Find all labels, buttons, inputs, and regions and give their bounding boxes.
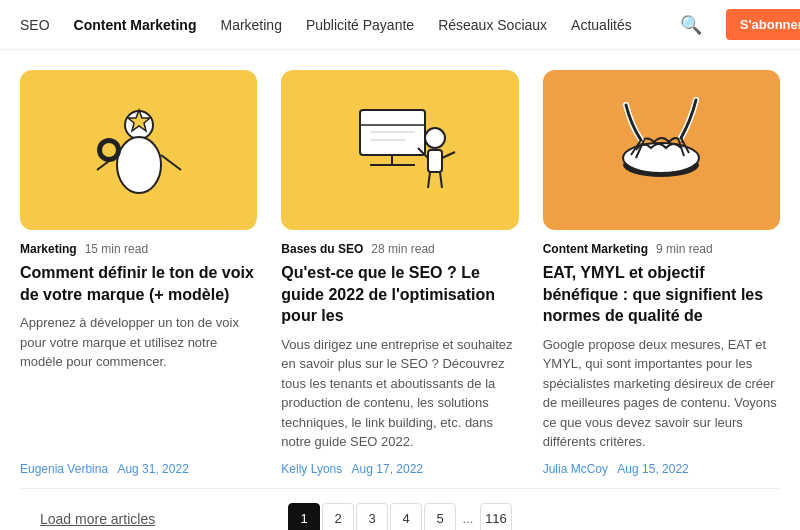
card-tag-2: Bases du SEO xyxy=(281,242,363,256)
nav-item-reseaux[interactable]: Réseaux Sociaux xyxy=(438,17,547,33)
card-illustration-1 xyxy=(79,90,199,210)
card-meta-2: Bases du SEO 28 min read xyxy=(281,242,518,256)
card-readtime-3: 9 min read xyxy=(656,242,713,256)
nav-item-content-marketing[interactable]: Content Marketing xyxy=(74,17,197,33)
nav-item-marketing[interactable]: Marketing xyxy=(220,17,281,33)
load-more-button[interactable]: Load more articles xyxy=(40,511,155,527)
card-desc-3: Google propose deux mesures, EAT et YMYL… xyxy=(543,335,780,452)
svg-line-3 xyxy=(161,155,181,170)
card-author-name-3: Julia McCoy xyxy=(543,462,608,476)
card-meta-3: Content Marketing 9 min read xyxy=(543,242,780,256)
article-card-2: Bases du SEO 28 min read Qu'est-ce que l… xyxy=(281,70,518,476)
subscribe-button[interactable]: S'abonner xyxy=(726,9,800,40)
card-illustration-3 xyxy=(601,90,721,210)
articles-grid: Marketing 15 min read Comment définir le… xyxy=(20,70,780,476)
pagination-ellipsis: ... xyxy=(458,511,478,526)
nav-item-actualites[interactable]: Actualités xyxy=(571,17,632,33)
svg-point-20 xyxy=(623,143,699,173)
svg-line-17 xyxy=(428,172,430,188)
top-nav: SEO Content Marketing Marketing Publicit… xyxy=(0,0,800,50)
svg-point-1 xyxy=(117,137,161,193)
card-date-3: Aug 15, 2022 xyxy=(617,462,688,476)
card-author-1: Eugenia Verbina Aug 31, 2022 xyxy=(20,462,257,476)
card-title-3: EAT, YMYL et objectif bénéfique : que si… xyxy=(543,262,780,327)
card-illustration-2 xyxy=(340,90,460,210)
card-readtime-2: 28 min read xyxy=(371,242,434,256)
card-author-3: Julia McCoy Aug 15, 2022 xyxy=(543,462,780,476)
card-author-name-1: Eugenia Verbina xyxy=(20,462,108,476)
article-card-3: Content Marketing 9 min read EAT, YMYL e… xyxy=(543,70,780,476)
page-button-1[interactable]: 1 xyxy=(288,503,320,530)
page-button-2[interactable]: 2 xyxy=(322,503,354,530)
nav-item-publicite[interactable]: Publicité Payante xyxy=(306,17,414,33)
page-button-5[interactable]: 5 xyxy=(424,503,456,530)
card-date-2: Aug 17, 2022 xyxy=(352,462,423,476)
svg-line-18 xyxy=(440,172,442,188)
card-date-1: Aug 31, 2022 xyxy=(117,462,188,476)
card-title-2: Qu'est-ce que le SEO ? Le guide 2022 de … xyxy=(281,262,518,327)
card-image-3 xyxy=(543,70,780,230)
card-image-2 xyxy=(281,70,518,230)
svg-rect-14 xyxy=(428,150,442,172)
svg-line-16 xyxy=(442,152,455,158)
card-readtime-1: 15 min read xyxy=(85,242,148,256)
main-content: Marketing 15 min read Comment définir le… xyxy=(0,50,800,530)
card-meta-1: Marketing 15 min read xyxy=(20,242,257,256)
article-card-1: Marketing 15 min read Comment définir le… xyxy=(20,70,257,476)
pagination-section: Load more articles 1 2 3 4 5 ... 116 xyxy=(20,488,780,530)
card-title-1: Comment définir le ton de voix de votre … xyxy=(20,262,257,305)
pagination: 1 2 3 4 5 ... 116 xyxy=(288,503,512,530)
svg-point-6 xyxy=(102,143,116,157)
card-tag-3: Content Marketing xyxy=(543,242,648,256)
card-image-1 xyxy=(20,70,257,230)
nav-item-seo[interactable]: SEO xyxy=(20,17,50,33)
card-desc-1: Apprenez à développer un ton de voix pou… xyxy=(20,313,257,452)
card-desc-2: Vous dirigez une entreprise et souhaitez… xyxy=(281,335,518,452)
card-author-name-2: Kelly Lyons xyxy=(281,462,342,476)
card-author-2: Kelly Lyons Aug 17, 2022 xyxy=(281,462,518,476)
svg-point-13 xyxy=(425,128,445,148)
page-button-4[interactable]: 4 xyxy=(390,503,422,530)
page-button-last[interactable]: 116 xyxy=(480,503,512,530)
card-tag-1: Marketing xyxy=(20,242,77,256)
search-button[interactable]: 🔍 xyxy=(680,14,702,36)
page-button-3[interactable]: 3 xyxy=(356,503,388,530)
